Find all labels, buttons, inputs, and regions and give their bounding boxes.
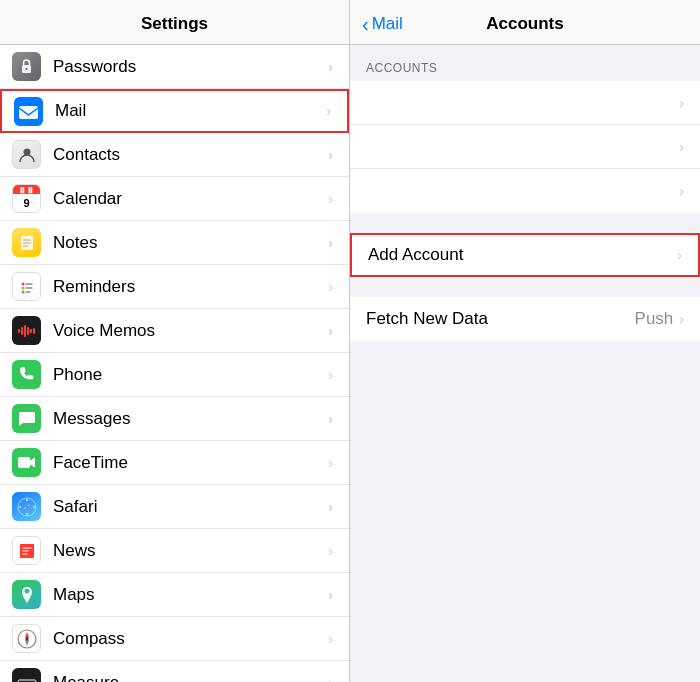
svg-point-11 (21, 286, 24, 289)
messages-chevron: › (328, 411, 333, 427)
messages-icon (12, 404, 41, 433)
news-label: News (53, 541, 324, 561)
news-icon (12, 536, 41, 565)
maps-label: Maps (53, 585, 324, 605)
contacts-icon (12, 140, 41, 169)
account-item-1[interactable]: › (350, 81, 700, 125)
svg-point-10 (21, 282, 24, 285)
phone-label: Phone (53, 365, 324, 385)
phone-chevron: › (328, 367, 333, 383)
left-panel: Settings Passwords › Mail › Contacts › (0, 0, 350, 682)
notes-icon (12, 228, 41, 257)
phone-icon (12, 360, 41, 389)
back-button[interactable]: ‹ Mail (362, 14, 403, 34)
add-account-chevron: › (677, 247, 682, 263)
fetch-new-data-item[interactable]: Fetch New Data Push › (350, 297, 700, 341)
sidebar-item-passwords[interactable]: Passwords › (0, 45, 349, 89)
mail-label: Mail (55, 101, 322, 121)
account-1-chevron: › (679, 95, 684, 111)
account-3-chevron: › (679, 183, 684, 199)
news-chevron: › (328, 543, 333, 559)
voicememos-chevron: › (328, 323, 333, 339)
facetime-label: FaceTime (53, 453, 324, 473)
sidebar-item-phone[interactable]: Phone › (0, 353, 349, 397)
accounts-title: Accounts (486, 14, 563, 34)
safari-chevron: › (328, 499, 333, 515)
notes-label: Notes (53, 233, 324, 253)
measure-icon (12, 668, 41, 682)
sidebar-item-facetime[interactable]: FaceTime › (0, 441, 349, 485)
svg-point-2 (26, 68, 28, 70)
svg-point-12 (21, 290, 24, 293)
gap-1 (350, 213, 700, 233)
svg-point-28 (26, 506, 28, 508)
gap-2 (350, 277, 700, 297)
passwords-label: Passwords (53, 57, 324, 77)
calendar-icon: ▐▌▐▌ 9 (12, 184, 41, 213)
svg-rect-16 (18, 329, 20, 333)
maps-icon (12, 580, 41, 609)
svg-point-30 (25, 637, 28, 640)
reminders-icon (12, 272, 41, 301)
mail-chevron: › (326, 103, 331, 119)
messages-label: Messages (53, 409, 324, 429)
reminders-label: Reminders (53, 277, 324, 297)
sidebar-item-measure[interactable]: Measure › (0, 661, 349, 682)
right-panel-header: ‹ Mail Accounts (350, 0, 700, 45)
sidebar-item-contacts[interactable]: Contacts › (0, 133, 349, 177)
settings-title: Settings (141, 14, 208, 33)
sidebar-item-news[interactable]: News › (0, 529, 349, 573)
svg-rect-22 (18, 457, 30, 468)
settings-list: Passwords › Mail › Contacts › ▐▌▐▌ (0, 45, 349, 682)
right-content: ACCOUNTS › › › Add Account › Fetch New D… (350, 45, 700, 682)
calendar-chevron: › (328, 191, 333, 207)
svg-rect-20 (30, 329, 32, 333)
svg-rect-21 (33, 328, 35, 334)
safari-icon (12, 492, 41, 521)
facetime-icon (12, 448, 41, 477)
reminders-chevron: › (328, 279, 333, 295)
calendar-label: Calendar (53, 189, 324, 209)
sidebar-item-compass[interactable]: Compass › (0, 617, 349, 661)
sidebar-item-messages[interactable]: Messages › (0, 397, 349, 441)
account-item-2[interactable]: › (350, 125, 700, 169)
fetch-new-data-chevron: › (679, 311, 684, 327)
facetime-chevron: › (328, 455, 333, 471)
accounts-card: › › › (350, 81, 700, 213)
back-label: Mail (372, 14, 403, 34)
safari-label: Safari (53, 497, 324, 517)
sidebar-item-voicememos[interactable]: Voice Memos › (0, 309, 349, 353)
maps-chevron: › (328, 587, 333, 603)
voicememos-label: Voice Memos (53, 321, 324, 341)
accounts-section-label: ACCOUNTS (350, 45, 700, 81)
right-panel: ‹ Mail Accounts ACCOUNTS › › › Add Accou… (350, 0, 700, 682)
svg-rect-17 (21, 327, 23, 335)
compass-icon (12, 624, 41, 653)
compass-label: Compass (53, 629, 324, 649)
svg-rect-4 (19, 106, 38, 119)
fetch-new-data-value: Push (635, 309, 674, 329)
notes-chevron: › (328, 235, 333, 251)
sidebar-item-maps[interactable]: Maps › (0, 573, 349, 617)
sidebar-item-notes[interactable]: Notes › (0, 221, 349, 265)
sidebar-item-mail[interactable]: Mail › (0, 89, 349, 133)
sidebar-item-reminders[interactable]: Reminders › (0, 265, 349, 309)
svg-rect-18 (24, 325, 26, 337)
svg-rect-19 (27, 327, 29, 335)
account-item-3[interactable]: › (350, 169, 700, 213)
add-account-label: Add Account (368, 245, 677, 265)
passwords-chevron: › (328, 59, 333, 75)
contacts-chevron: › (328, 147, 333, 163)
sidebar-item-calendar[interactable]: ▐▌▐▌ 9 Calendar › (0, 177, 349, 221)
back-chevron-icon: ‹ (362, 14, 369, 34)
compass-chevron: › (328, 631, 333, 647)
mail-icon (14, 97, 43, 126)
voicememos-icon (12, 316, 41, 345)
left-panel-header: Settings (0, 0, 349, 45)
contacts-label: Contacts (53, 145, 324, 165)
passwords-icon (12, 52, 41, 81)
sidebar-item-safari[interactable]: Safari › (0, 485, 349, 529)
add-account-item[interactable]: Add Account › (350, 233, 700, 277)
fetch-new-data-label: Fetch New Data (366, 309, 635, 329)
account-2-chevron: › (679, 139, 684, 155)
